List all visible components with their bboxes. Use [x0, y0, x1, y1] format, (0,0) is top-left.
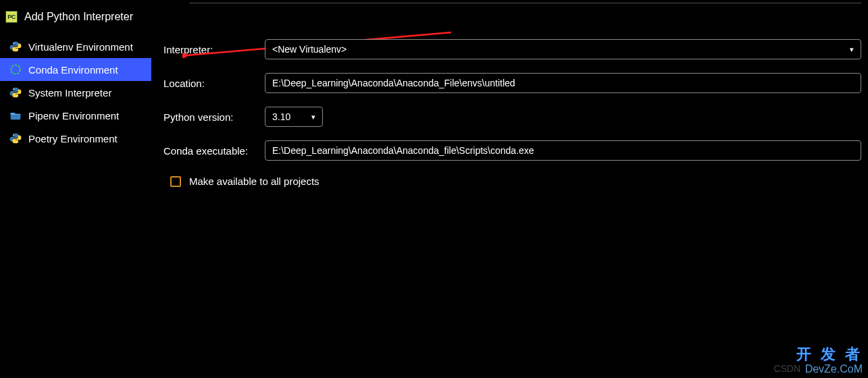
row-python-version: Python version: 3.10 ▾	[163, 107, 861, 127]
svg-point-5	[13, 134, 14, 135]
make-available-checkbox[interactable]	[170, 176, 181, 187]
sidebar-item-virtualenv[interactable]: Virtualenv Environment	[0, 35, 151, 58]
form: Interpreter: <New Virtualenv> ▾ Location…	[163, 39, 861, 187]
python-version-select[interactable]: 3.10 ▾	[265, 107, 323, 127]
svg-point-6	[17, 141, 18, 142]
sidebar-item-label: System Interpreter	[28, 87, 111, 99]
svg-point-2	[11, 65, 20, 74]
python-icon	[9, 40, 22, 53]
sidebar-item-conda[interactable]: Conda Environment	[0, 58, 151, 81]
sidebar-item-label: Pipenv Environment	[28, 110, 119, 122]
svg-point-3	[13, 88, 14, 89]
sidebar-item-label: Virtualenv Environment	[28, 41, 133, 53]
row-interpreter: Interpreter: <New Virtualenv> ▾	[163, 39, 861, 59]
pycharm-icon: PC	[5, 11, 18, 23]
sidebar-item-label: Conda Environment	[28, 64, 118, 76]
main-panel: Interpreter: <New Virtualenv> ▾ Location…	[151, 0, 868, 378]
interpreter-label: Interpreter:	[163, 44, 265, 55]
pipenv-icon	[9, 109, 22, 122]
python-version-value: 3.10	[272, 111, 290, 122]
row-make-available: Make available to all projects	[170, 176, 861, 187]
sidebar-header: PC Add Python Interpreter	[0, 4, 151, 35]
make-available-label: Make available to all projects	[189, 176, 320, 187]
sidebar-item-system[interactable]: System Interpreter	[0, 81, 151, 104]
sidebar-item-label: Poetry Environment	[28, 133, 118, 144]
interpreter-value: <New Virtualenv>	[272, 44, 347, 55]
sidebar: PC Add Python Interpreter Virtualenv Env…	[0, 0, 151, 378]
conda-icon	[9, 63, 22, 76]
interpreter-dropdown[interactable]: <New Virtualenv> ▾	[265, 39, 861, 59]
chevron-down-icon: ▾	[850, 45, 854, 54]
top-divider	[189, 3, 861, 3]
svg-point-0	[13, 43, 14, 43]
conda-exec-input[interactable]	[265, 140, 861, 161]
python-icon	[9, 132, 22, 144]
svg-point-4	[17, 95, 18, 96]
dialog-title: Add Python Interpreter	[24, 11, 133, 23]
sidebar-item-poetry[interactable]: Poetry Environment	[0, 127, 151, 150]
row-conda-exec: Conda executable:	[163, 140, 861, 161]
location-input[interactable]	[265, 73, 861, 93]
row-location: Location:	[163, 73, 861, 93]
python-version-label: Python version:	[163, 111, 265, 123]
svg-point-1	[17, 49, 18, 50]
csdn-watermark: CSDN	[773, 363, 800, 374]
conda-exec-label: Conda executable:	[163, 145, 265, 157]
python-icon	[9, 86, 22, 99]
chevron-down-icon: ▾	[311, 113, 315, 122]
sidebar-item-pipenv[interactable]: Pipenv Environment	[0, 104, 151, 127]
location-label: Location:	[163, 78, 265, 89]
